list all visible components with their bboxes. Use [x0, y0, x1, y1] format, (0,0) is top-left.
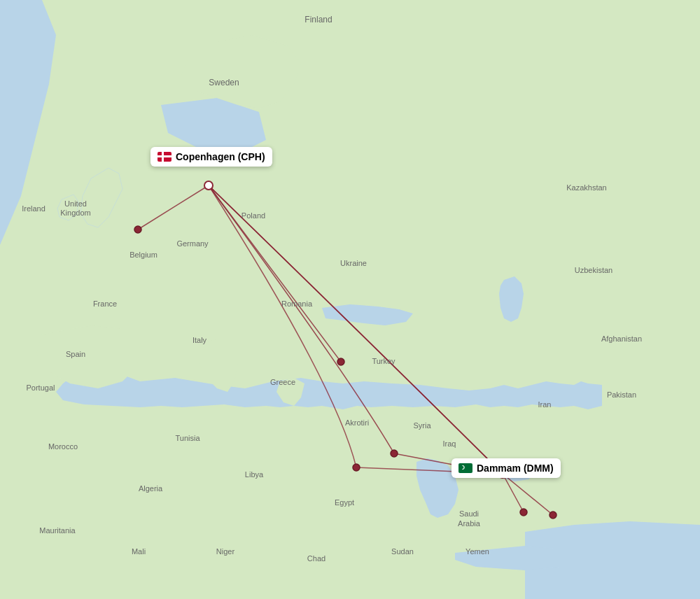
svg-text:Egypt: Egypt — [335, 498, 354, 507]
svg-text:Romania: Romania — [281, 300, 313, 308]
svg-text:Finland: Finland — [304, 15, 332, 24]
svg-text:Mali: Mali — [132, 547, 146, 556]
svg-text:Greece: Greece — [270, 378, 295, 386]
svg-text:Germany: Germany — [176, 239, 209, 248]
svg-text:Mauritania: Mauritania — [39, 526, 76, 535]
svg-text:France: France — [93, 300, 117, 308]
svg-text:Iraq: Iraq — [443, 439, 456, 448]
svg-text:Kazakhstan: Kazakhstan — [566, 183, 606, 192]
denmark-flag — [158, 152, 172, 162]
svg-text:Akrotiri: Akrotiri — [345, 418, 369, 427]
svg-text:Uzbekistan: Uzbekistan — [575, 266, 612, 274]
svg-text:Pakistan: Pakistan — [607, 390, 636, 399]
svg-point-6 — [337, 358, 344, 365]
saudi-flag — [458, 463, 472, 473]
svg-text:Portugal: Portugal — [27, 383, 55, 392]
dammam-label-text: Dammam (DMM) — [477, 463, 554, 474]
svg-text:Chad: Chad — [307, 554, 326, 563]
svg-text:Arabia: Arabia — [458, 519, 481, 528]
svg-text:Syria: Syria — [413, 421, 431, 430]
svg-text:Algeria: Algeria — [139, 484, 163, 493]
svg-point-8 — [353, 464, 360, 471]
svg-text:Saudi: Saudi — [459, 509, 479, 518]
svg-text:Sweden: Sweden — [209, 78, 239, 87]
svg-text:Morocco: Morocco — [48, 442, 78, 451]
map-container: Finland Sweden United Kingdom Ireland Be… — [0, 0, 700, 599]
dammam-label: Dammam (DMM) — [451, 458, 561, 478]
svg-text:Yemen: Yemen — [465, 547, 489, 556]
svg-text:Kingdom: Kingdom — [60, 209, 90, 217]
svg-text:Turkey: Turkey — [372, 357, 396, 365]
svg-point-5 — [134, 226, 141, 233]
svg-point-11 — [204, 181, 213, 190]
svg-text:Iran: Iran — [538, 400, 552, 409]
svg-point-7 — [391, 450, 398, 457]
svg-text:Belgium: Belgium — [130, 251, 158, 259]
svg-text:Ukraine: Ukraine — [340, 259, 367, 267]
svg-text:Niger: Niger — [216, 547, 235, 556]
svg-text:Spain: Spain — [66, 350, 85, 358]
svg-text:Ireland: Ireland — [22, 204, 46, 213]
svg-text:Libya: Libya — [245, 470, 264, 479]
copenhagen-label-text: Copenhagen (CPH) — [176, 151, 265, 162]
svg-text:Italy: Italy — [192, 336, 207, 344]
svg-point-9 — [520, 509, 527, 516]
map-svg: Finland Sweden United Kingdom Ireland Be… — [0, 0, 700, 599]
svg-text:Afghanistan: Afghanistan — [601, 334, 642, 343]
svg-text:Sudan: Sudan — [391, 547, 414, 556]
copenhagen-label: Copenhagen (CPH) — [150, 147, 272, 167]
svg-text:United: United — [64, 199, 87, 208]
svg-text:Poland: Poland — [241, 211, 265, 220]
svg-text:Tunisia: Tunisia — [175, 434, 200, 442]
svg-point-10 — [550, 512, 556, 519]
